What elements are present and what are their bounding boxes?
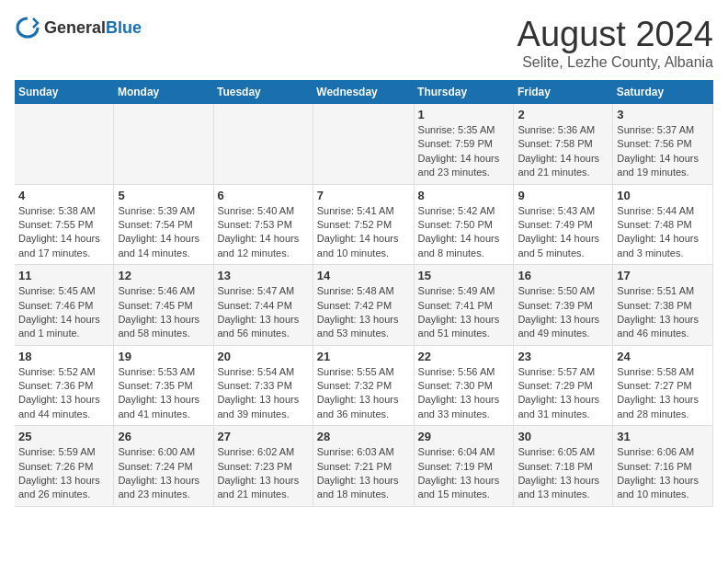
day-info: Sunrise: 6:06 AM Sunset: 7:16 PM Dayligh…	[617, 445, 709, 502]
calendar-cell: 18Sunrise: 5:52 AM Sunset: 7:36 PM Dayli…	[15, 345, 114, 426]
day-number: 22	[418, 350, 510, 363]
day-info: Sunrise: 5:53 AM Sunset: 7:35 PM Dayligh…	[118, 365, 209, 422]
calendar-cell	[15, 104, 114, 184]
day-info: Sunrise: 5:39 AM Sunset: 7:54 PM Dayligh…	[118, 204, 209, 261]
logo: GeneralBlue	[15, 15, 142, 40]
calendar-cell: 25Sunrise: 5:59 AM Sunset: 7:26 PM Dayli…	[15, 426, 114, 507]
calendar-cell	[114, 104, 213, 184]
calendar-cell: 5Sunrise: 5:39 AM Sunset: 7:54 PM Daylig…	[114, 184, 213, 265]
day-info: Sunrise: 6:03 AM Sunset: 7:21 PM Dayligh…	[317, 445, 410, 502]
day-number: 3	[617, 108, 709, 121]
weekday-header-row: SundayMondayTuesdayWednesdayThursdayFrid…	[15, 80, 713, 104]
calendar-cell: 11Sunrise: 5:45 AM Sunset: 7:46 PM Dayli…	[15, 265, 114, 346]
day-number: 5	[118, 189, 209, 202]
day-info: Sunrise: 5:47 AM Sunset: 7:44 PM Dayligh…	[218, 284, 309, 341]
week-row-5: 25Sunrise: 5:59 AM Sunset: 7:26 PM Dayli…	[15, 426, 713, 507]
day-number: 15	[418, 269, 510, 282]
calendar-cell: 21Sunrise: 5:55 AM Sunset: 7:32 PM Dayli…	[313, 345, 414, 426]
calendar-cell: 27Sunrise: 6:02 AM Sunset: 7:23 PM Dayli…	[213, 426, 313, 507]
day-info: Sunrise: 5:59 AM Sunset: 7:26 PM Dayligh…	[18, 445, 109, 502]
subtitle: Selite, Lezhe County, Albania	[518, 54, 713, 71]
day-info: Sunrise: 5:35 AM Sunset: 7:59 PM Dayligh…	[418, 123, 510, 180]
day-info: Sunrise: 5:40 AM Sunset: 7:53 PM Dayligh…	[218, 204, 309, 261]
day-info: Sunrise: 5:48 AM Sunset: 7:42 PM Dayligh…	[317, 284, 410, 341]
day-info: Sunrise: 5:45 AM Sunset: 7:46 PM Dayligh…	[18, 284, 109, 341]
week-row-1: 1Sunrise: 5:35 AM Sunset: 7:59 PM Daylig…	[15, 104, 713, 184]
calendar-cell: 2Sunrise: 5:36 AM Sunset: 7:58 PM Daylig…	[514, 104, 613, 184]
day-number: 13	[218, 269, 309, 282]
calendar-cell: 28Sunrise: 6:03 AM Sunset: 7:21 PM Dayli…	[313, 426, 414, 507]
day-number: 12	[118, 269, 209, 282]
day-info: Sunrise: 6:00 AM Sunset: 7:24 PM Dayligh…	[118, 445, 209, 502]
day-number: 17	[617, 269, 709, 282]
week-row-4: 18Sunrise: 5:52 AM Sunset: 7:36 PM Dayli…	[15, 345, 713, 426]
calendar-cell: 3Sunrise: 5:37 AM Sunset: 7:56 PM Daylig…	[613, 104, 713, 184]
day-number: 21	[317, 350, 410, 363]
day-number: 27	[218, 430, 309, 443]
week-row-2: 4Sunrise: 5:38 AM Sunset: 7:55 PM Daylig…	[15, 184, 713, 265]
day-info: Sunrise: 6:05 AM Sunset: 7:18 PM Dayligh…	[518, 445, 609, 502]
day-number: 19	[118, 350, 209, 363]
day-info: Sunrise: 5:36 AM Sunset: 7:58 PM Dayligh…	[518, 123, 609, 180]
day-info: Sunrise: 5:49 AM Sunset: 7:41 PM Dayligh…	[418, 284, 510, 341]
logo-general-text: General	[44, 18, 106, 37]
day-number: 11	[18, 269, 109, 282]
logo-icon	[15, 15, 40, 40]
weekday-header-saturday: Saturday	[613, 80, 713, 104]
day-number: 10	[617, 189, 709, 202]
weekday-header-wednesday: Wednesday	[313, 80, 414, 104]
calendar-cell: 9Sunrise: 5:43 AM Sunset: 7:49 PM Daylig…	[514, 184, 613, 265]
day-number: 18	[18, 350, 109, 363]
weekday-header-thursday: Thursday	[414, 80, 514, 104]
day-number: 31	[617, 430, 709, 443]
weekday-header-friday: Friday	[514, 80, 613, 104]
day-info: Sunrise: 5:51 AM Sunset: 7:38 PM Dayligh…	[617, 284, 709, 341]
calendar-cell: 29Sunrise: 6:04 AM Sunset: 7:19 PM Dayli…	[414, 426, 514, 507]
day-info: Sunrise: 5:56 AM Sunset: 7:30 PM Dayligh…	[418, 365, 510, 422]
day-info: Sunrise: 6:02 AM Sunset: 7:23 PM Dayligh…	[218, 445, 309, 502]
weekday-header-sunday: Sunday	[15, 80, 114, 104]
title-area: August 2024 Selite, Lezhe County, Albani…	[518, 15, 713, 71]
calendar-cell: 4Sunrise: 5:38 AM Sunset: 7:55 PM Daylig…	[15, 184, 114, 265]
day-info: Sunrise: 5:41 AM Sunset: 7:52 PM Dayligh…	[317, 204, 410, 261]
calendar-cell: 13Sunrise: 5:47 AM Sunset: 7:44 PM Dayli…	[213, 265, 313, 346]
logo-blue-text: Blue	[106, 18, 142, 37]
calendar-cell	[313, 104, 414, 184]
day-number: 25	[18, 430, 109, 443]
calendar-cell: 23Sunrise: 5:57 AM Sunset: 7:29 PM Dayli…	[514, 345, 613, 426]
day-info: Sunrise: 5:57 AM Sunset: 7:29 PM Dayligh…	[518, 365, 609, 422]
day-number: 29	[418, 430, 510, 443]
day-info: Sunrise: 5:43 AM Sunset: 7:49 PM Dayligh…	[518, 204, 609, 261]
calendar-table: SundayMondayTuesdayWednesdayThursdayFrid…	[15, 80, 713, 507]
day-number: 4	[18, 189, 109, 202]
day-number: 30	[518, 430, 609, 443]
day-number: 14	[317, 269, 410, 282]
calendar-cell: 22Sunrise: 5:56 AM Sunset: 7:30 PM Dayli…	[414, 345, 514, 426]
page-header: GeneralBlue August 2024 Selite, Lezhe Co…	[15, 15, 713, 71]
day-info: Sunrise: 5:52 AM Sunset: 7:36 PM Dayligh…	[18, 365, 109, 422]
day-number: 20	[218, 350, 309, 363]
day-info: Sunrise: 5:42 AM Sunset: 7:50 PM Dayligh…	[418, 204, 510, 261]
day-info: Sunrise: 5:44 AM Sunset: 7:48 PM Dayligh…	[617, 204, 709, 261]
day-number: 2	[518, 108, 609, 121]
day-number: 7	[317, 189, 410, 202]
calendar-cell: 19Sunrise: 5:53 AM Sunset: 7:35 PM Dayli…	[114, 345, 213, 426]
calendar-cell: 1Sunrise: 5:35 AM Sunset: 7:59 PM Daylig…	[414, 104, 514, 184]
weekday-header-monday: Monday	[114, 80, 213, 104]
day-info: Sunrise: 5:54 AM Sunset: 7:33 PM Dayligh…	[218, 365, 309, 422]
week-row-3: 11Sunrise: 5:45 AM Sunset: 7:46 PM Dayli…	[15, 265, 713, 346]
calendar-cell	[213, 104, 313, 184]
main-title: August 2024	[518, 15, 713, 54]
calendar-cell: 14Sunrise: 5:48 AM Sunset: 7:42 PM Dayli…	[313, 265, 414, 346]
day-number: 16	[518, 269, 609, 282]
calendar-cell: 17Sunrise: 5:51 AM Sunset: 7:38 PM Dayli…	[613, 265, 713, 346]
calendar-cell: 30Sunrise: 6:05 AM Sunset: 7:18 PM Dayli…	[514, 426, 613, 507]
day-number: 6	[218, 189, 309, 202]
day-info: Sunrise: 5:55 AM Sunset: 7:32 PM Dayligh…	[317, 365, 410, 422]
calendar-cell: 24Sunrise: 5:58 AM Sunset: 7:27 PM Dayli…	[613, 345, 713, 426]
calendar-cell: 31Sunrise: 6:06 AM Sunset: 7:16 PM Dayli…	[613, 426, 713, 507]
weekday-header-tuesday: Tuesday	[213, 80, 313, 104]
calendar-cell: 12Sunrise: 5:46 AM Sunset: 7:45 PM Dayli…	[114, 265, 213, 346]
day-info: Sunrise: 5:38 AM Sunset: 7:55 PM Dayligh…	[18, 204, 109, 261]
calendar-cell: 7Sunrise: 5:41 AM Sunset: 7:52 PM Daylig…	[313, 184, 414, 265]
